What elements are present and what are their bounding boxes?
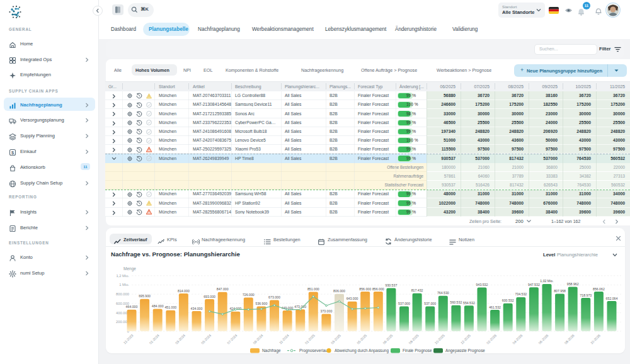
svg-text:05-2024: 05-2024	[200, 333, 212, 344]
svg-text:1,2 Mio.: 1,2 Mio.	[116, 274, 129, 278]
svg-text:11-2023: 11-2023	[123, 333, 134, 344]
svg-text:537.000: 537.000	[424, 302, 436, 305]
svg-text:Menge: Menge	[123, 266, 136, 271]
svg-text:814.000: 814.000	[178, 289, 190, 293]
svg-text:08-2026: 08-2026	[564, 333, 575, 344]
svg-text:536.900: 536.900	[256, 302, 268, 305]
svg-text:461.532: 461.532	[489, 305, 501, 309]
svg-text:806.000: 806.000	[333, 289, 345, 293]
svg-text:807.958: 807.958	[554, 289, 566, 293]
svg-text:1 Mio.: 1 Mio.	[119, 283, 129, 287]
svg-text:554.532: 554.532	[463, 301, 475, 305]
svg-text:673.000: 673.000	[268, 295, 280, 299]
svg-text:01-2024: 01-2024	[149, 333, 160, 344]
svg-text:09-2024: 09-2024	[252, 333, 263, 344]
svg-text:06-2025: 06-2025	[382, 333, 393, 344]
svg-text:01-2025: 01-2025	[304, 333, 316, 344]
svg-text:693.000: 693.000	[203, 295, 215, 299]
svg-text:560.532: 560.532	[450, 300, 462, 304]
svg-text:718.973: 718.973	[580, 293, 592, 297]
svg-text:08-2025: 08-2025	[408, 333, 420, 344]
svg-text:734.532: 734.532	[515, 292, 527, 296]
svg-text:930.537: 930.537	[386, 283, 398, 287]
svg-text:$: $	[11, 150, 14, 156]
svg-text:05-2025: 05-2025	[356, 333, 367, 344]
svg-text:10-2025: 10-2025	[434, 333, 445, 344]
svg-text:726.000: 726.000	[243, 293, 255, 297]
svg-text:484.000: 484.000	[152, 304, 164, 308]
svg-text:Angepasste Prognose: Angepasste Prognose	[445, 348, 485, 353]
svg-text:12-2025: 12-2025	[460, 333, 471, 344]
svg-text:817.432: 817.432	[411, 288, 423, 292]
svg-text:856.000: 856.000	[359, 287, 371, 291]
svg-text:652.064: 652.064	[606, 297, 618, 300]
svg-text:Finale Prognose: Finale Prognose	[403, 348, 432, 353]
svg-text:695.900: 695.900	[139, 294, 151, 298]
svg-text:434.000: 434.000	[191, 307, 203, 310]
svg-text:847.000: 847.000	[217, 287, 229, 291]
svg-text:06-2026: 06-2026	[537, 333, 549, 344]
svg-text:04-2026: 04-2026	[512, 333, 523, 344]
svg-text:Abweichung durch Anpassung: Abweichung durch Anpassung	[335, 348, 389, 353]
svg-text:10-2026: 10-2026	[590, 333, 601, 344]
svg-text:947.532: 947.532	[528, 283, 540, 287]
svg-text:451.000: 451.000	[164, 305, 176, 309]
svg-text:1,02 Mio.: 1,02 Mio.	[540, 279, 553, 283]
svg-text:943.532: 943.532	[476, 283, 488, 287]
svg-text:856.000: 856.000	[372, 287, 384, 291]
svg-text:464.000: 464.000	[126, 305, 138, 309]
svg-text:856.062: 856.062	[593, 287, 605, 291]
svg-text:373.000: 373.000	[321, 309, 333, 313]
svg-text:Prognoseverlauf: Prognoseverlauf	[299, 348, 329, 353]
svg-text:958.962: 958.962	[567, 282, 579, 286]
svg-text:600.532: 600.532	[502, 299, 514, 302]
svg-text:07-2024: 07-2024	[226, 333, 238, 344]
svg-text:851.000: 851.000	[307, 287, 319, 291]
svg-text:Nachfrage: Nachfrage	[262, 348, 281, 353]
svg-text:800.000: 800.000	[116, 292, 129, 296]
svg-text:11-2024: 11-2024	[278, 333, 290, 344]
svg-text:764.530: 764.530	[437, 291, 449, 295]
svg-text:537.000: 537.000	[398, 302, 410, 305]
svg-text:02-2026: 02-2026	[486, 333, 497, 344]
svg-text:643.000: 643.000	[346, 297, 358, 300]
svg-text:03-2025: 03-2025	[330, 333, 341, 344]
svg-text:03-2024: 03-2024	[175, 333, 186, 344]
